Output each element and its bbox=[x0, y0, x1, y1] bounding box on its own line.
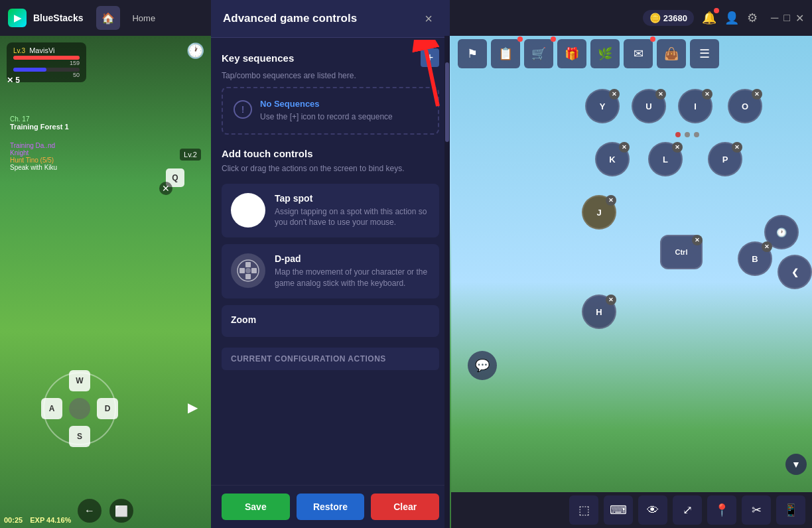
scroll-down-button[interactable]: ▼ bbox=[785, 454, 807, 475]
key-a[interactable]: A bbox=[41, 398, 62, 419]
bottom-btn-7[interactable]: 📱 bbox=[776, 495, 805, 525]
toolbar-btn-5[interactable]: 🌿 bbox=[590, 39, 620, 68]
bottom-btn-4[interactable]: ⤢ bbox=[673, 495, 702, 525]
key-btn-j[interactable]: J✕ bbox=[582, 195, 616, 230]
coin-display: 🪙 23680 bbox=[643, 10, 694, 26]
bottom-btn-1[interactable]: ⬚ bbox=[569, 495, 598, 525]
game-clock-icon: 🕐 bbox=[186, 42, 204, 60]
dpad-desc: Map the movement of your character or th… bbox=[275, 267, 430, 289]
save-button[interactable]: Save bbox=[222, 494, 290, 520]
key-btn-o[interactable]: O✕ bbox=[728, 89, 762, 123]
no-sequences-desc: Use the [+] icon to record a sequence bbox=[260, 111, 393, 123]
scroll-indicator bbox=[444, 36, 450, 528]
restore-button[interactable]: Restore bbox=[297, 494, 365, 520]
tap-spot-title: Tap spot bbox=[275, 193, 430, 204]
wasd-pad: W A S D bbox=[40, 369, 119, 448]
maximize-button[interactable]: □ bbox=[783, 12, 790, 25]
toolbar-btn-2[interactable]: 📋 bbox=[491, 39, 520, 68]
dot-3 bbox=[694, 132, 699, 137]
toolbar-btn-3[interactable]: 🛒 bbox=[524, 39, 553, 68]
key-btn-h[interactable]: H✕ bbox=[582, 295, 616, 329]
key-btn-y[interactable]: Y✕ bbox=[585, 89, 620, 123]
key-w[interactable]: W bbox=[69, 370, 90, 391]
close-o[interactable]: ✕ bbox=[752, 89, 762, 99]
key-sequences-desc: Tap/combo sequences are listed here. bbox=[222, 71, 439, 80]
close-j[interactable]: ✕ bbox=[606, 195, 616, 206]
toolbar-btn-7[interactable]: 👜 bbox=[657, 39, 686, 68]
bottom-btn-2[interactable]: ⌨ bbox=[604, 495, 633, 525]
modal-close-button[interactable]: × bbox=[419, 9, 438, 28]
svg-rect-3 bbox=[239, 268, 245, 273]
svg-point-5 bbox=[245, 268, 251, 273]
key-btn-i[interactable]: I✕ bbox=[678, 89, 712, 123]
close-i[interactable]: ✕ bbox=[702, 89, 712, 99]
key-btn-u[interactable]: U✕ bbox=[632, 89, 666, 123]
close-k[interactable]: ✕ bbox=[619, 142, 630, 153]
bottom-btn-3[interactable]: 👁 bbox=[638, 495, 667, 525]
modal-content[interactable]: Key sequences + Tap/combo sequences are … bbox=[211, 38, 450, 485]
close-b[interactable]: ✕ bbox=[762, 241, 772, 252]
key-btn-k[interactable]: K✕ bbox=[595, 142, 630, 176]
svg-rect-4 bbox=[251, 268, 257, 273]
multiplier: ✕ 5 bbox=[7, 76, 20, 85]
config-section: Current configuration actions bbox=[222, 348, 439, 370]
home-button[interactable]: 🏠 bbox=[96, 6, 120, 30]
notification-badge bbox=[714, 8, 719, 13]
advanced-game-controls-modal: Advanced game controls × Key sequences +… bbox=[211, 0, 450, 528]
toolbar-btn-6[interactable]: ✉ bbox=[624, 39, 653, 68]
dpad-card[interactable]: D-pad Map the movement of your character… bbox=[222, 244, 439, 298]
scroll-thumb[interactable] bbox=[445, 62, 449, 142]
back-btn[interactable]: ← bbox=[78, 499, 102, 523]
location: Training Forest 1 bbox=[10, 123, 69, 131]
close-window-button[interactable]: ✕ bbox=[795, 12, 804, 25]
toolbar-btn-1[interactable]: ⚑ bbox=[458, 39, 487, 68]
arrow-right-indicator: ▶ bbox=[188, 399, 198, 415]
tap-spot-desc: Assign tapping on a spot with this actio… bbox=[275, 206, 430, 229]
location-info: Ch. 17 Training Forest 1 bbox=[10, 115, 69, 131]
notification-bell[interactable]: 🔔 bbox=[702, 11, 716, 25]
toolbar-btn-4[interactable]: 🎁 bbox=[557, 39, 586, 68]
chat-button[interactable]: 💬 bbox=[468, 351, 497, 380]
arrow-btn[interactable]: ❮ bbox=[778, 255, 812, 289]
enemy-label: Training Da..ndKnightHunt Tino (5/5)Spea… bbox=[10, 142, 57, 171]
user-icon[interactable]: 👤 bbox=[724, 11, 739, 25]
tap-spot-card[interactable]: Tap spot Assign tapping on a spot with t… bbox=[222, 184, 439, 238]
add-sequence-button[interactable]: + bbox=[421, 48, 439, 67]
panel-close-x[interactable]: ✕ bbox=[159, 182, 172, 195]
close-p[interactable]: ✕ bbox=[732, 142, 742, 153]
left-game-panel: Lv.3 MavisVi 159 50 🕐 ✕ 5 Ch. 17 Trainin… bbox=[0, 36, 211, 528]
tab-home[interactable]: Home bbox=[127, 11, 161, 26]
no-sequences-box: ! No Sequences Use the [+] icon to recor… bbox=[222, 87, 439, 135]
page-dots bbox=[675, 132, 699, 137]
clear-button[interactable]: Clear bbox=[371, 494, 439, 520]
toolbar-btn-menu[interactable]: ☰ bbox=[690, 39, 719, 68]
add-touch-controls-section: Add touch controls Click or drag the act… bbox=[222, 148, 439, 337]
close-l[interactable]: ✕ bbox=[672, 142, 683, 153]
close-ctrl[interactable]: ✕ bbox=[692, 235, 703, 245]
bottom-btn-5[interactable]: 📍 bbox=[707, 495, 736, 525]
close-h[interactable]: ✕ bbox=[606, 295, 616, 305]
close-y[interactable]: ✕ bbox=[609, 89, 620, 99]
home-game-btn[interactable]: ⬜ bbox=[109, 499, 133, 523]
key-s[interactable]: S bbox=[69, 426, 90, 447]
key-sequences-title: Key sequences bbox=[222, 52, 294, 64]
config-title: Current configuration actions bbox=[231, 354, 430, 363]
bottom-btn-6[interactable]: ✂ bbox=[742, 495, 771, 525]
close-u[interactable]: ✕ bbox=[655, 89, 666, 99]
key-d[interactable]: D bbox=[97, 398, 118, 419]
tap-spot-info: Tap spot Assign tapping on a spot with t… bbox=[275, 193, 430, 229]
zoom-card[interactable]: Zoom bbox=[222, 305, 439, 337]
minimize-button[interactable]: ─ bbox=[771, 12, 778, 25]
svg-rect-1 bbox=[245, 262, 251, 267]
left-panel-bg: Lv.3 MavisVi 159 50 🕐 ✕ 5 Ch. 17 Trainin… bbox=[0, 36, 211, 528]
modal-title: Advanced game controls bbox=[223, 12, 357, 25]
key-btn-l[interactable]: L✕ bbox=[648, 142, 683, 176]
no-sequences-text: No Sequences Use the [+] icon to record … bbox=[260, 99, 393, 123]
settings-icon[interactable]: ⚙ bbox=[747, 11, 758, 25]
badge-1 bbox=[517, 36, 523, 42]
bottom-toolbar: ⬚ ⌨ 👁 ⤢ 📍 ✂ 📱 bbox=[451, 492, 812, 528]
dpad-card-icon bbox=[231, 253, 265, 288]
key-btn-b[interactable]: B✕ bbox=[738, 241, 772, 276]
key-btn-ctrl[interactable]: Ctrl✕ bbox=[660, 235, 703, 269]
key-btn-p[interactable]: P✕ bbox=[708, 142, 742, 176]
